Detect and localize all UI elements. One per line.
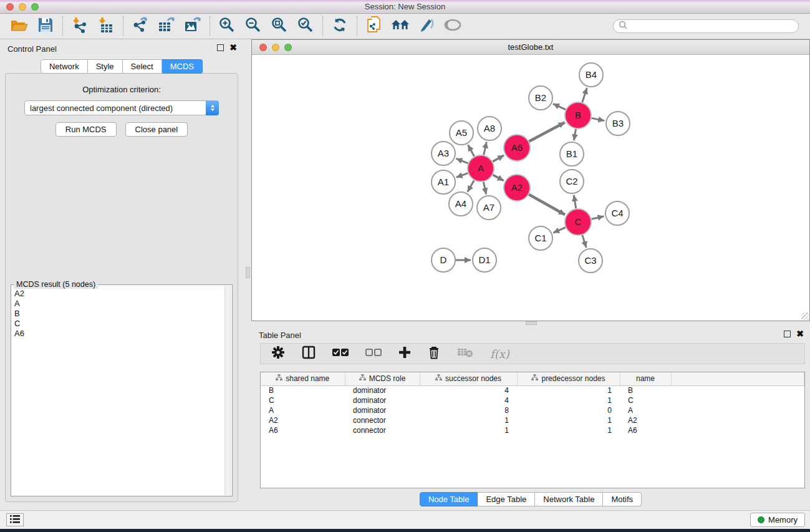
graph-node-B4[interactable]: B4: [579, 63, 603, 87]
table-cell[interactable]: dominator: [345, 395, 420, 405]
tab-mcds[interactable]: MCDS: [162, 59, 203, 74]
memory-button[interactable]: Memory: [750, 513, 805, 527]
network-window-titlebar[interactable]: testGlobe.txt: [252, 40, 809, 55]
resize-grip[interactable]: [801, 312, 809, 320]
table-cell[interactable]: dominator: [345, 385, 420, 395]
graph-node-A5[interactable]: A5: [450, 121, 473, 145]
tab-motifs[interactable]: Motifs: [603, 492, 642, 506]
table-cell[interactable]: 1: [420, 415, 517, 425]
table-cell[interactable]: 1: [517, 395, 620, 405]
search-box[interactable]: [613, 19, 799, 33]
search-input[interactable]: [630, 22, 793, 31]
table-cell[interactable]: C: [620, 395, 671, 405]
result-scrollbar[interactable]: [224, 286, 231, 495]
graph-edge-B-B2[interactable]: [553, 104, 566, 109]
table-cell[interactable]: connector: [345, 425, 420, 435]
float-panel-icon[interactable]: [784, 331, 791, 337]
graph-edge-A-A4[interactable]: [468, 180, 474, 192]
panel-divider-handle[interactable]: [526, 321, 537, 325]
table-cell[interactable]: 0: [517, 405, 620, 415]
graph-edge-B-B3[interactable]: [592, 118, 605, 120]
graph-node-C3[interactable]: C3: [579, 249, 602, 273]
graph-edge-A-A3[interactable]: [456, 158, 468, 163]
graph-node-C2[interactable]: C2: [560, 170, 584, 193]
table-cell[interactable]: B: [261, 385, 345, 395]
import-table-button[interactable]: [93, 16, 119, 37]
refresh-button[interactable]: [327, 16, 353, 37]
graph-edge-A-A8[interactable]: [484, 142, 487, 155]
show-columns-button[interactable]: [302, 346, 316, 362]
close-panel-icon[interactable]: ✖: [229, 44, 237, 51]
graph-edge-A-A2[interactable]: [493, 175, 503, 180]
table-row[interactable]: Cdominator41C: [261, 395, 804, 405]
graph-node-A7[interactable]: A7: [477, 196, 501, 220]
graph-edge-C-C4[interactable]: [592, 216, 604, 219]
mcds-result-item[interactable]: A: [11, 299, 224, 309]
graph-node-D[interactable]: D: [432, 248, 455, 272]
graph-node-A1[interactable]: A1: [432, 170, 455, 194]
table-cell[interactable]: A2: [261, 415, 345, 425]
tab-node-table[interactable]: Node Table: [420, 492, 478, 506]
table-cell[interactable]: A6: [620, 425, 671, 435]
duplicate-network-button[interactable]: [361, 16, 387, 37]
close-panel-button[interactable]: Close panel: [125, 122, 188, 137]
graph-node-B2[interactable]: B2: [529, 86, 552, 110]
graph-node-A2[interactable]: A2: [504, 175, 530, 201]
table-row[interactable]: Bdominator41B: [261, 385, 804, 395]
column-header-successor-nodes[interactable]: successor nodes: [420, 372, 517, 385]
apply-function-button[interactable]: f(x): [490, 347, 509, 360]
panel-divider-handle[interactable]: [246, 267, 250, 278]
graph-node-C4[interactable]: C4: [605, 201, 629, 225]
graph-node-A8[interactable]: A8: [478, 117, 501, 140]
tab-select[interactable]: Select: [123, 59, 162, 74]
table-row[interactable]: A2connector11A2: [261, 415, 804, 425]
graph-edge-B-B1[interactable]: [574, 129, 576, 141]
task-history-button[interactable]: [6, 513, 24, 526]
select-all-button[interactable]: [332, 348, 349, 359]
graph-edge-C-C2[interactable]: [574, 195, 576, 209]
graph-edge-C-C3[interactable]: [582, 235, 586, 248]
graph-node-B[interactable]: B: [565, 102, 591, 128]
table-cell[interactable]: connector: [345, 415, 420, 425]
optimization-criterion-select[interactable]: largest connected component (directed): [24, 100, 219, 115]
table-cell[interactable]: B: [620, 385, 671, 395]
graph-node-A6[interactable]: A6: [504, 135, 530, 161]
table-cell[interactable]: A: [620, 405, 671, 415]
column-header-predecessor-nodes[interactable]: predecessor nodes: [517, 372, 620, 385]
delete-column-button[interactable]: [428, 346, 440, 362]
export-network-button[interactable]: [127, 16, 153, 37]
table-cell[interactable]: 8: [420, 405, 517, 415]
tab-edge-table[interactable]: Edge Table: [478, 492, 535, 506]
zoom-fit-button[interactable]: [266, 16, 292, 37]
table-cell[interactable]: 1: [517, 425, 620, 435]
tab-network[interactable]: Network: [41, 59, 88, 74]
graph-node-C[interactable]: C: [565, 209, 591, 235]
run-mcds-button[interactable]: Run MCDS: [55, 122, 117, 137]
table-settings-button[interactable]: [271, 346, 285, 362]
table-cell[interactable]: A: [261, 405, 345, 415]
zoom-selected-button[interactable]: [292, 16, 319, 37]
graph-node-A3[interactable]: A3: [432, 142, 455, 165]
graph-edge-C-C1[interactable]: [553, 228, 566, 233]
graph-edge-A-A5[interactable]: [468, 145, 475, 156]
table-cell[interactable]: C: [261, 395, 345, 405]
table-cell[interactable]: 1: [517, 415, 620, 425]
open-session-button[interactable]: [6, 16, 32, 37]
network-overview-button[interactable]: [387, 16, 413, 37]
mcds-result-list[interactable]: A2ABCA6: [11, 289, 224, 496]
graph-edge-A-A7[interactable]: [483, 182, 486, 195]
graph-node-B1[interactable]: B1: [560, 142, 584, 166]
graph-edge-A2-C[interactable]: [529, 195, 565, 215]
export-image-button[interactable]: [180, 16, 206, 37]
table-cell[interactable]: dominator: [345, 405, 420, 415]
table-cell[interactable]: 4: [420, 385, 517, 395]
graph-edge-A6-B[interactable]: [529, 122, 564, 142]
graph-node-A[interactable]: A: [468, 155, 494, 181]
show-graphics-details-button[interactable]: [440, 16, 466, 37]
tab-style[interactable]: Style: [88, 59, 123, 74]
zoom-out-button[interactable]: [240, 16, 266, 37]
column-header-shared-name[interactable]: shared name: [261, 372, 345, 385]
column-header-name[interactable]: name: [620, 372, 671, 385]
graph-node-C1[interactable]: C1: [529, 226, 552, 250]
save-session-button[interactable]: [32, 16, 59, 37]
